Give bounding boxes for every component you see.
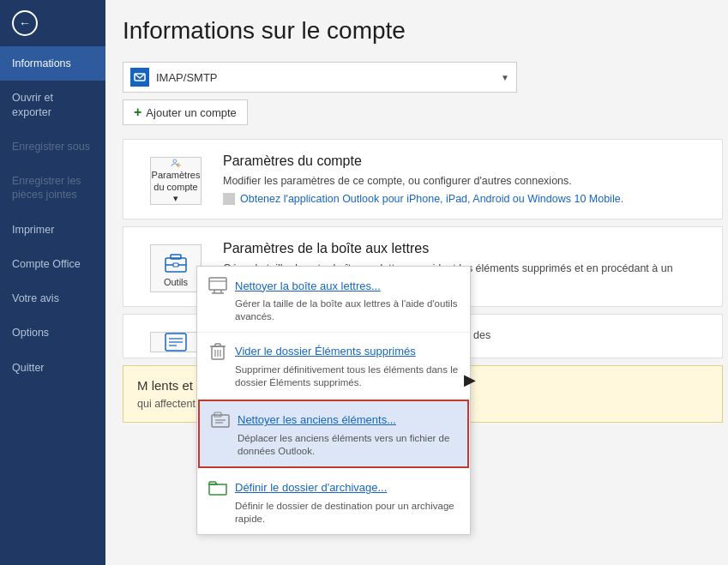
dropdown-item-definir-dossier[interactable]: Définir le dossier d'archivage... Défini…: [197, 469, 470, 534]
nettoyer-anciens-title: Nettoyer les anciens éléments...: [238, 413, 396, 426]
sidebar-item-imprimer[interactable]: Imprimer: [0, 213, 105, 247]
outils-button[interactable]: Outils: [150, 244, 202, 292]
parametres-compte-section: Paramètresdu compte ▾ Paramètres du comp…: [123, 139, 723, 219]
nettoyer-boite-desc: Gérer la taille de la boîte aux lettres …: [208, 298, 460, 323]
dropdown-item-nettoyer-boite[interactable]: Nettoyer la boîte aux lettres... Gérer l…: [197, 267, 470, 333]
regles-svg-icon: [165, 333, 187, 352]
definir-dossier-icon: [208, 478, 228, 498]
svg-point-1: [173, 159, 177, 163]
definir-dossier-desc: Définir le dossier de destination pour u…: [208, 500, 460, 526]
nettoyer-boite-title: Nettoyer la boîte aux lettres...: [235, 279, 381, 292]
dropdown-item-nettoyer-anciens[interactable]: Nettoyer les anciens éléments... Déplace…: [198, 400, 469, 468]
sidebar-item-votre-avis[interactable]: Votre avis: [0, 281, 105, 316]
sidebar-item-informations[interactable]: Informations: [0, 46, 105, 81]
mobile-icon: [223, 193, 235, 205]
definir-dossier-title: Définir le dossier d'archivage...: [235, 481, 387, 494]
parametres-compte-desc: Modifier les paramètres de ce compte, ou…: [223, 174, 708, 189]
add-account-button[interactable]: + Ajouter un compte: [123, 99, 248, 125]
dropdown-arrow-icon: ▼: [501, 73, 509, 82]
plus-icon: +: [134, 105, 141, 120]
account-selector-value: IMAP/SMTP: [156, 71, 501, 84]
parametres-compte-icon-area: Paramètresdu compte ▾: [137, 153, 214, 205]
parametres-compte-title: Paramètres du compte: [223, 153, 708, 169]
svg-rect-9: [171, 255, 181, 259]
svg-rect-16: [209, 278, 226, 290]
nettoyer-anciens-desc: Déplacer les anciens éléments vers un fi…: [210, 432, 457, 458]
dropdown-item-vider-supprimes[interactable]: Vider le dossier Éléments supprimés Supp…: [197, 333, 470, 399]
outils-svg-icon: [162, 248, 190, 275]
account-selector[interactable]: IMAP/SMTP ▼: [123, 62, 517, 93]
outlook-mobile-link[interactable]: Obtenez l'application Outlook pour iPhon…: [240, 193, 623, 205]
parametres-compte-link: Obtenez l'application Outlook pour iPhon…: [223, 193, 708, 205]
nettoyer-boite-icon: [208, 275, 228, 296]
sidebar-item-compte-office[interactable]: Compte Office: [0, 247, 105, 281]
add-account-label: Ajouter un compte: [146, 106, 237, 119]
sidebar-item-ouvrir-exporter[interactable]: Ouvrir et exporter: [0, 81, 105, 129]
parametres-compte-svg-icon: [162, 158, 190, 168]
regles-button[interactable]: [150, 332, 202, 352]
outils-dropdown-menu: Nettoyer la boîte aux lettres... Gérer l…: [196, 266, 471, 535]
nettoyer-anciens-icon: [210, 410, 231, 430]
account-type-icon: [130, 68, 149, 87]
page-title: Informations sur le compte: [123, 17, 702, 45]
main-content: Informations sur le compte IMAP/SMTP ▼ +…: [105, 0, 728, 565]
svg-rect-11: [173, 263, 178, 267]
sidebar-item-options[interactable]: Options: [0, 316, 105, 350]
svg-point-3: [178, 165, 179, 165]
back-button[interactable]: ←: [0, 0, 105, 46]
back-circle-icon[interactable]: ←: [12, 10, 38, 36]
vider-supprimes-title: Vider le dossier Éléments supprimés: [235, 345, 416, 358]
vider-supprimes-desc: Supprimer définitivement tous les élémen…: [208, 364, 460, 389]
parametres-compte-icon-label: Paramètresdu compte ▾: [151, 170, 201, 204]
sidebar-item-enregistrer-pieces: Enregistrer les pièces jointes: [0, 164, 105, 213]
sidebar: ← Informations Ouvrir et exporter Enregi…: [0, 0, 105, 565]
vider-supprimes-icon: [208, 341, 228, 362]
parametres-boite-title: Paramètres de la boîte aux lettres: [223, 241, 708, 256]
parametres-compte-button[interactable]: Paramètresdu compte ▾: [150, 157, 202, 205]
parametres-compte-content: Paramètres du compte Modifier les paramè…: [214, 153, 708, 205]
sidebar-item-enregistrer-sous: Enregistrer sous: [0, 129, 105, 164]
outils-icon-label: Outils: [164, 277, 188, 288]
sidebar-item-quitter[interactable]: Quitter: [0, 351, 105, 385]
